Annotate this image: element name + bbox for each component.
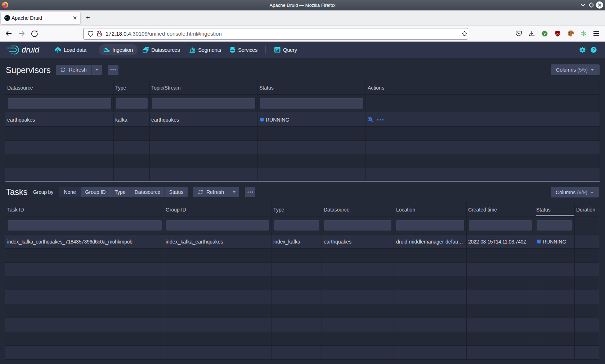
- svg-text:UO: UO: [556, 32, 560, 35]
- svg-text:?: ?: [592, 47, 595, 52]
